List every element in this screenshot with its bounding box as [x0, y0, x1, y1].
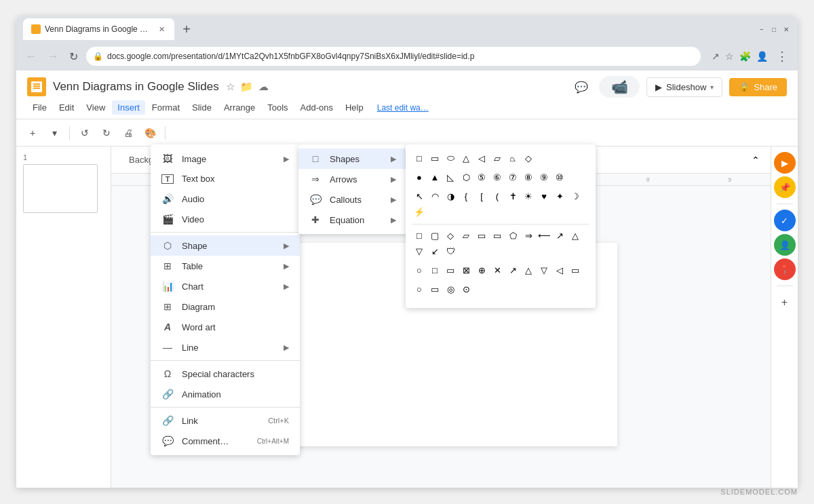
main-area: 1 Background Layout ▾ Theme Transition ⌃…: [16, 147, 798, 488]
menu-edit[interactable]: Edit: [54, 100, 79, 115]
app-header: Venn Diagrams in Google Slides ☆ 📁 ☁ 💬 📹…: [16, 71, 798, 119]
ruler-mark: 4: [280, 176, 362, 183]
back-button[interactable]: ←: [23, 47, 39, 65]
reload-button[interactable]: ↻: [66, 47, 81, 66]
app-logo: [27, 77, 46, 96]
right-sidebar: ▶ 📌 ✓ 👤 📍 +: [771, 147, 798, 488]
toolbar: + ▾ ↺ ↻ 🖨 🎨: [16, 119, 798, 147]
bookmark-button[interactable]: ☆: [725, 51, 734, 62]
undo-button[interactable]: ↺: [75, 123, 94, 142]
redo-button[interactable]: ↻: [97, 123, 116, 142]
active-tab[interactable]: Venn Diagrams in Google Slides ✕: [23, 18, 174, 40]
tab-favicon: [31, 24, 41, 34]
theme-button[interactable]: Theme: [239, 152, 280, 168]
ruler-mark: 7: [526, 176, 608, 183]
watermark: SLIDEMODEL.COM: [720, 488, 798, 496]
app-title-row: Venn Diagrams in Google Slides ☆ 📁 ☁ 💬 📹…: [27, 71, 787, 99]
minimize-button[interactable]: −: [757, 24, 767, 34]
sidebar-expand-button[interactable]: +: [774, 292, 796, 313]
browser-frame: Venn Diagrams in Google Slides ✕ + − □ ✕…: [16, 16, 798, 488]
background-button[interactable]: Background: [122, 152, 182, 168]
menu-tools[interactable]: Tools: [262, 100, 293, 115]
share-button[interactable]: 🔒 Share: [729, 78, 787, 96]
transition-button[interactable]: Transition: [286, 152, 338, 168]
ruler: 2 3 4 5 6 7 8 9: [111, 174, 771, 186]
browser-menu-button[interactable]: ⋮: [773, 49, 791, 64]
layout-button[interactable]: Layout ▾: [188, 152, 234, 168]
share-url-button[interactable]: ↗: [712, 51, 720, 62]
sidebar-icon-contacts[interactable]: 👤: [774, 234, 796, 256]
add-slide-button[interactable]: +: [23, 123, 42, 142]
folder-icon[interactable]: 📁: [240, 81, 253, 93]
print-button[interactable]: 🖨: [119, 123, 138, 142]
ruler-mark: 9: [689, 176, 771, 183]
sidebar-separator-2: [777, 286, 793, 286]
tab-bar: Venn Diagrams in Google Slides ✕ +: [23, 18, 753, 40]
sidebar-icon-tasks[interactable]: ✓: [774, 210, 796, 231]
forward-button[interactable]: →: [45, 47, 61, 65]
add-slide-dropdown[interactable]: ▾: [45, 123, 64, 142]
menu-file[interactable]: File: [27, 100, 52, 115]
browser-titlebar: Venn Diagrams in Google Slides ✕ + − □ ✕: [16, 16, 798, 42]
share-label: Share: [754, 82, 777, 92]
sidebar-separator: [777, 203, 793, 204]
format-paint-button[interactable]: 🎨: [140, 123, 159, 142]
meet-button[interactable]: 📹: [599, 76, 640, 98]
extensions-button[interactable]: 🧩: [739, 51, 751, 62]
slide-canvas-wrapper: [111, 186, 771, 488]
menu-arrange[interactable]: Arrange: [218, 100, 260, 115]
url-bar[interactable]: 🔒 docs.google.com/presentation/d/1MYtCa2…: [86, 47, 701, 66]
restore-button[interactable]: □: [769, 24, 779, 34]
meet-icon: 📹: [611, 79, 628, 95]
slide-canvas[interactable]: [265, 243, 617, 446]
toolbar-separator-1: [69, 126, 70, 140]
cloud-icon[interactable]: ☁: [258, 81, 269, 93]
sidebar-icon-maps[interactable]: 📍: [774, 258, 796, 280]
menu-slide[interactable]: Slide: [187, 100, 217, 115]
ruler-mark: 8: [607, 176, 689, 183]
star-icon[interactable]: ☆: [226, 81, 235, 93]
profile-button[interactable]: 👤: [756, 51, 768, 62]
slide-thumbnail[interactable]: [23, 164, 98, 213]
ruler-marks: 2 3 4 5 6 7 8 9: [117, 176, 771, 183]
menu-format[interactable]: Format: [147, 100, 185, 115]
new-tab-button[interactable]: +: [177, 20, 196, 39]
ruler-mark: 5: [362, 176, 444, 183]
last-edit-text[interactable]: Last edit wa…: [377, 103, 429, 113]
menu-view[interactable]: View: [81, 100, 111, 115]
menu-insert[interactable]: Insert: [112, 100, 145, 115]
slideshow-button[interactable]: ▶ Slideshow ▾: [646, 77, 722, 97]
collapse-panel-button[interactable]: ⌃: [752, 155, 760, 166]
ruler-mark: 2: [117, 176, 199, 183]
header-right: 💬 📹 ▶ Slideshow ▾ 🔒 Share: [570, 76, 787, 98]
window-controls: − □ ✕: [757, 24, 791, 34]
title-icons: ☆ 📁 ☁: [226, 81, 269, 93]
slide-number: 1: [23, 153, 104, 161]
slide-area: Background Layout ▾ Theme Transition ⌃ 2…: [111, 147, 771, 488]
toolbar-separator-2: [165, 126, 166, 140]
document-title[interactable]: Venn Diagrams in Google Slides: [53, 80, 219, 94]
slide-panel: 1: [16, 147, 111, 488]
menu-addons[interactable]: Add-ons: [295, 100, 338, 115]
ruler-mark: 6: [444, 176, 526, 183]
slideshow-label: Slideshow: [666, 82, 706, 92]
menu-bar: File Edit View Insert Format Slide Arran…: [27, 99, 787, 119]
tab-close-button[interactable]: ✕: [157, 24, 166, 35]
sidebar-icon-keep[interactable]: 📌: [774, 176, 796, 198]
comments-button[interactable]: 💬: [570, 76, 592, 98]
tab-title: Venn Diagrams in Google Slides: [45, 24, 153, 34]
layout-dropdown-icon: ▾: [224, 156, 227, 163]
lock-icon: 🔒: [739, 82, 750, 92]
logo-inner: [31, 81, 42, 92]
close-button[interactable]: ✕: [781, 24, 791, 34]
slide-toolbar: Background Layout ▾ Theme Transition ⌃: [111, 147, 771, 174]
slideshow-dropdown-icon[interactable]: ▾: [710, 83, 714, 91]
url-actions: ↗ ☆ 🧩 👤: [712, 51, 768, 62]
slideshow-play-icon: ▶: [655, 82, 662, 92]
menu-help[interactable]: Help: [340, 100, 369, 115]
ruler-mark: 3: [199, 176, 281, 183]
url-bar-row: ← → ↻ 🔒 docs.google.com/presentation/d/1…: [16, 42, 798, 71]
sidebar-icon-slides[interactable]: ▶: [774, 152, 796, 174]
url-text: docs.google.com/presentation/d/1MYtCa2Qv…: [107, 52, 474, 61]
